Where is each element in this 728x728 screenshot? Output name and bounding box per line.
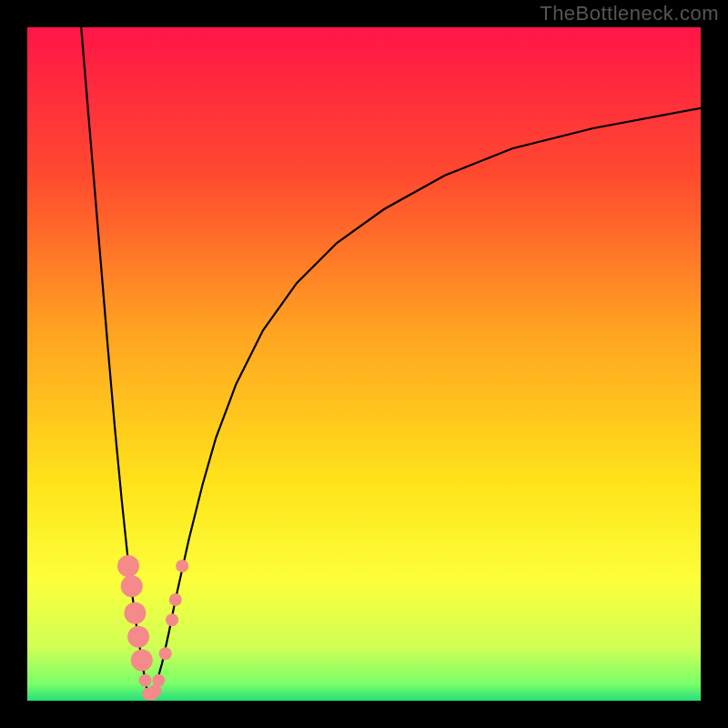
chart-frame: TheBottleneck.com xyxy=(0,0,728,728)
marker-point xyxy=(117,555,139,577)
marker-point xyxy=(152,674,165,687)
marker-point xyxy=(169,593,182,606)
marker-point xyxy=(176,560,188,572)
marker-point xyxy=(166,613,178,626)
marker-point xyxy=(127,626,149,648)
marker-point xyxy=(131,650,153,672)
plot-area xyxy=(27,27,701,701)
marker-point xyxy=(139,674,152,687)
gradient-background xyxy=(27,27,701,701)
chart-svg xyxy=(27,27,701,701)
watermark-text: TheBottleneck.com xyxy=(540,2,719,25)
marker-point xyxy=(121,575,143,597)
marker-point xyxy=(124,602,146,624)
marker-point xyxy=(159,647,172,660)
